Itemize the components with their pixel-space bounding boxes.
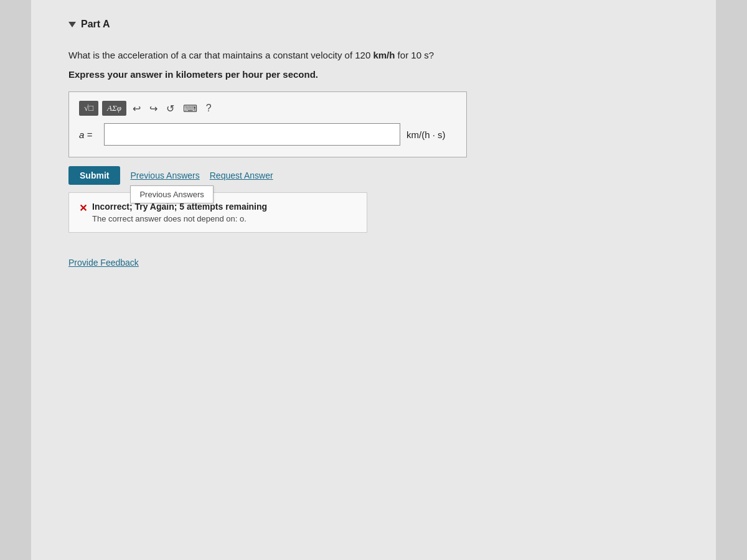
feedback-box: ✕ Incorrect; Try Again; 5 attempts remai… <box>68 192 367 233</box>
input-row: a = km/(h · s) <box>79 123 456 146</box>
toolbar: √□ ΑΣφ ↩ ↪ ↺ ⌨ ? <box>79 101 456 116</box>
actions-row: Submit Previous Answers Previous Answers… <box>68 166 679 185</box>
feedback-subtitle: The correct answer does not depend on: o… <box>92 214 267 223</box>
feedback-incorrect: ✕ Incorrect; Try Again; 5 attempts remai… <box>79 202 357 223</box>
previous-answers-wrapper: Previous Answers Previous Answers <box>130 170 199 180</box>
x-icon: ✕ <box>79 202 87 214</box>
greek-symbols-button[interactable]: ΑΣφ <box>102 101 126 116</box>
help-button[interactable]: ? <box>204 101 214 115</box>
answer-input[interactable] <box>104 123 400 146</box>
keyboard-button[interactable]: ⌨ <box>181 101 200 116</box>
question-text-part2: for 10 s? <box>395 50 434 60</box>
velocity-unit: km/h <box>373 50 395 60</box>
part-header: Part A <box>68 19 679 30</box>
math-template-button[interactable]: √□ <box>79 101 98 116</box>
question-text-part1: What is the acceleration of a car that m… <box>68 50 373 60</box>
request-answer-button[interactable]: Request Answer <box>210 170 273 180</box>
feedback-content: Incorrect; Try Again; 5 attempts remaini… <box>92 202 267 223</box>
submit-button[interactable]: Submit <box>68 166 120 185</box>
redo-button[interactable]: ↪ <box>147 101 160 116</box>
provide-feedback-link[interactable]: Provide Feedback <box>68 258 679 268</box>
refresh-button[interactable]: ↺ <box>164 101 177 116</box>
previous-answers-button[interactable]: Previous Answers <box>130 170 199 180</box>
unit-label: km/(h · s) <box>406 129 456 140</box>
part-title: Part A <box>81 19 110 30</box>
input-label: a = <box>79 129 98 140</box>
undo-button[interactable]: ↩ <box>130 101 143 116</box>
question-text: What is the acceleration of a car that m… <box>68 49 679 63</box>
answer-box: √□ ΑΣφ ↩ ↪ ↺ ⌨ ? a = km/(h · s) <box>68 91 467 157</box>
page-wrapper: Part A What is the acceleration of a car… <box>31 0 716 560</box>
instructions-text: Express your answer in kilometers per ho… <box>68 68 679 82</box>
previous-answers-popup: Previous Answers <box>130 185 213 203</box>
chevron-down-icon[interactable] <box>68 22 76 27</box>
